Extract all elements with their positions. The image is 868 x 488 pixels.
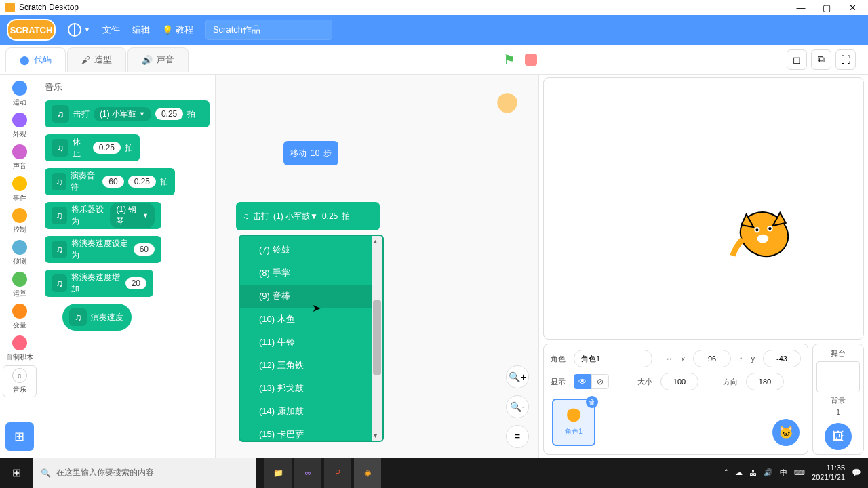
fullscreen-button[interactable]: ⛶ bbox=[835, 49, 856, 70]
music-note-icon: ♫ bbox=[52, 173, 66, 190]
cat-looks[interactable]: 外观 bbox=[3, 110, 37, 141]
menu-tutorials[interactable]: 💡教程 bbox=[162, 24, 193, 36]
svg-point-6 bbox=[757, 235, 768, 243]
taskbar-search[interactable]: 🔍 在这里输入你要搜索的内容 bbox=[33, 458, 256, 488]
maximize-button[interactable]: ▢ bbox=[822, 3, 831, 12]
sprite-thumbnail[interactable]: 🗑 角色1 bbox=[552, 399, 595, 446]
zoom-in-button[interactable]: 🔍+ bbox=[506, 365, 529, 388]
add-backdrop-button[interactable]: 🖼 bbox=[825, 423, 852, 450]
right-panel: 角色 ↔ x ↕ y 显示 👁 ⊘ 大小 bbox=[539, 75, 868, 458]
dropdown-item[interactable]: (10) 木鱼 bbox=[240, 308, 372, 331]
music-note-icon: ♫ bbox=[52, 139, 68, 157]
sprite-size-input[interactable] bbox=[660, 373, 698, 390]
taskbar-clock[interactable]: 11:35 2021/1/21 bbox=[812, 464, 845, 481]
sprite-info-panel: 角色 ↔ x ↕ y 显示 👁 ⊘ 大小 bbox=[543, 344, 808, 455]
scrollbar-thumb[interactable] bbox=[373, 300, 381, 375]
cat-sensing[interactable]: 侦测 bbox=[3, 238, 37, 268]
dropdown-item[interactable]: (11) 牛铃 bbox=[240, 331, 372, 354]
sprite-y-input[interactable] bbox=[763, 350, 801, 367]
minimize-button[interactable]: — bbox=[796, 3, 806, 12]
workspace[interactable]: 移动 10 步 ♫ 击打 (1) 小军鼓▼ 0.25 拍 (7) 铃鼓 (8) … bbox=[216, 75, 539, 458]
stage-small-button[interactable]: ◻ bbox=[787, 49, 807, 70]
app-icon bbox=[5, 3, 15, 12]
dropdown-scrollbar[interactable] bbox=[372, 236, 382, 441]
svg-point-5 bbox=[768, 227, 771, 230]
menu-file[interactable]: 文件 bbox=[102, 24, 120, 36]
stage-large-button[interactable]: ⧉ bbox=[811, 49, 831, 70]
close-button[interactable]: ✕ bbox=[848, 3, 857, 12]
add-extension-button[interactable]: ⊞ bbox=[5, 422, 34, 451]
block-set-tempo[interactable]: ♫ 将演奏速度设定为 60 bbox=[45, 236, 161, 263]
tray-up-icon[interactable]: ˄ bbox=[724, 468, 728, 477]
scratch-logo: SCRATCH bbox=[7, 19, 56, 41]
stage[interactable] bbox=[543, 77, 864, 340]
dropdown-item[interactable]: (13) 邦戈鼓 bbox=[240, 377, 372, 400]
tab-costumes[interactable]: 🖌造型 bbox=[67, 47, 126, 72]
dropdown-item[interactable]: (9) 音棒 bbox=[240, 285, 372, 308]
cat-sound[interactable]: 声音 bbox=[3, 142, 37, 173]
workspace-sprite-watermark bbox=[492, 87, 522, 117]
music-note-icon: ♫ bbox=[52, 274, 67, 292]
block-rest[interactable]: ♫ 休止 0.25 拍 bbox=[45, 134, 140, 161]
workspace-move-block[interactable]: 移动 10 步 bbox=[283, 141, 338, 165]
zoom-reset-button[interactable]: = bbox=[506, 425, 529, 448]
stop-button[interactable] bbox=[525, 54, 537, 66]
block-play-note[interactable]: ♫ 演奏音符 60 0.25 拍 bbox=[45, 168, 175, 195]
language-button[interactable]: ▼ bbox=[68, 23, 90, 37]
drum-dropdown-trigger[interactable]: (1) 小军鼓▼ bbox=[273, 211, 318, 222]
cat-myblocks[interactable]: 自制积木 bbox=[3, 333, 37, 364]
zoom-out-button[interactable]: 🔍- bbox=[506, 395, 529, 418]
block-tempo[interactable]: ♫ 演奏速度 bbox=[62, 304, 132, 331]
hide-button[interactable]: ⊘ bbox=[591, 374, 609, 389]
tray-ime[interactable]: 中 bbox=[780, 468, 787, 478]
sprite-direction-input[interactable] bbox=[746, 373, 784, 390]
tab-code[interactable]: ⬤代码 bbox=[5, 47, 66, 72]
taskbar-explorer-icon[interactable]: 📁 bbox=[264, 458, 292, 488]
dropdown-item[interactable]: (15) 卡巴萨 bbox=[240, 423, 372, 442]
dropdown-item[interactable]: (8) 手掌 bbox=[240, 262, 372, 285]
sprite-x-input[interactable] bbox=[693, 350, 731, 367]
cat-events[interactable]: 事件 bbox=[3, 174, 37, 205]
start-button[interactable]: ⊞ bbox=[0, 458, 33, 488]
svg-point-3 bbox=[755, 228, 758, 231]
green-flag-button[interactable]: ⚑ bbox=[503, 52, 515, 68]
cat-variables[interactable]: 变量 bbox=[3, 302, 37, 332]
tray-network-icon[interactable]: 🖧 bbox=[749, 469, 757, 477]
cat-music[interactable]: ♫音乐 bbox=[3, 365, 37, 397]
taskbar-vs-icon[interactable]: ∞ bbox=[294, 458, 321, 488]
add-sprite-button[interactable]: 🐱 bbox=[772, 419, 800, 446]
music-note-icon: ♫ bbox=[243, 211, 249, 221]
delete-sprite-button[interactable]: 🗑 bbox=[586, 396, 598, 408]
cat-operators[interactable]: 运算 bbox=[3, 270, 37, 300]
tray-volume-icon[interactable]: 🔊 bbox=[764, 468, 773, 477]
workspace-drum-block[interactable]: ♫ 击打 (1) 小军鼓▼ 0.25 拍 bbox=[236, 202, 380, 230]
taskbar-scratch-icon[interactable]: ◉ bbox=[354, 458, 381, 488]
sprite-name-input[interactable] bbox=[574, 350, 652, 367]
show-button[interactable]: 👁 bbox=[574, 374, 591, 389]
block-play-drum[interactable]: ♫ 击打 (1) 小军鼓▼ 0.25 拍 bbox=[45, 100, 210, 127]
block-change-tempo[interactable]: ♫ 将演奏速度增加 20 bbox=[45, 270, 153, 297]
cat-motion[interactable]: 运动 bbox=[3, 79, 37, 109]
tab-row: ⬤代码 🖌造型 🔊声音 ⚑ ◻ ⧉ ⛶ bbox=[0, 45, 868, 75]
search-icon: 🔍 bbox=[41, 468, 51, 478]
tab-sounds[interactable]: 🔊声音 bbox=[127, 47, 189, 72]
music-note-icon: ♫ bbox=[52, 207, 67, 224]
tray-notifications-icon[interactable]: 💬 bbox=[852, 468, 861, 477]
dropdown-item[interactable]: (7) 铃鼓 bbox=[240, 239, 372, 262]
music-note-icon: ♫ bbox=[69, 308, 87, 326]
menu-edit[interactable]: 编辑 bbox=[132, 24, 150, 36]
stage-thumbnail[interactable] bbox=[816, 361, 860, 392]
tray-cloud-icon[interactable]: ☁ bbox=[735, 468, 743, 477]
cat-control[interactable]: 控制 bbox=[3, 206, 37, 237]
project-name-input[interactable] bbox=[205, 20, 332, 40]
block-set-instrument[interactable]: ♫ 将乐器设为 (1) 钢琴▼ bbox=[45, 202, 161, 229]
tray-keyboard-icon[interactable]: ⌨ bbox=[794, 468, 805, 477]
stage-sprite-cat[interactable] bbox=[727, 200, 802, 264]
stage-selector[interactable]: 舞台 背景 1 🖼 bbox=[812, 344, 864, 455]
music-note-icon: ♫ bbox=[52, 241, 67, 258]
dropdown-item[interactable]: (12) 三角铁 bbox=[240, 354, 372, 377]
sprite-label: 角色 bbox=[551, 354, 566, 364]
dropdown-item[interactable]: (14) 康加鼓 bbox=[240, 400, 372, 423]
taskbar-powerpoint-icon[interactable]: P bbox=[324, 458, 351, 488]
block-palette: 音乐 ♫ 击打 (1) 小军鼓▼ 0.25 拍 ♫ 休止 0.25 拍 ♫ 演奏… bbox=[39, 75, 216, 458]
